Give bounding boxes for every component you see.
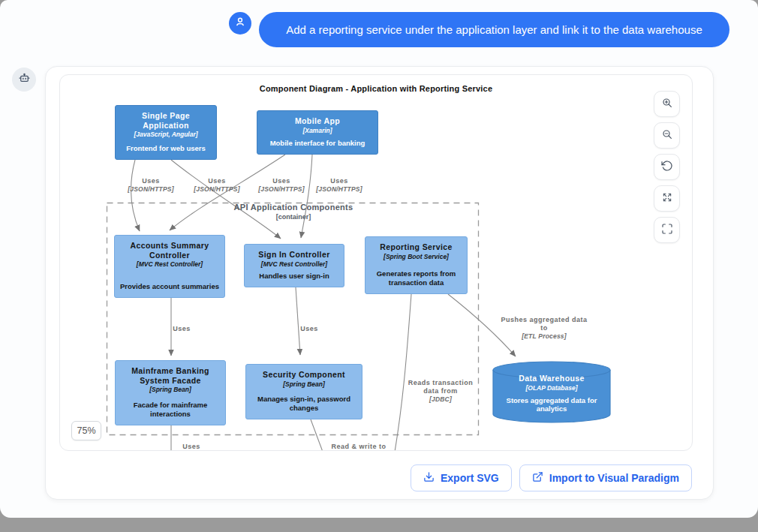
fullscreen-button[interactable] [654,217,680,243]
edge-label: Uses[JSON/HTTPS] [183,177,251,193]
bot-avatar [12,68,36,92]
edge-label: Uses[JSON/HTTPS] [305,177,373,193]
node-mobile-app: Mobile App [Xamarin] Mobile interface fo… [257,110,378,155]
user-avatar [229,12,251,35]
edge-label: Pushes aggregated data to[ETL Process] [501,316,588,340]
import-to-visual-paradigm-button[interactable]: Import to Visual Paradigm [519,464,692,491]
rotate-ccw-icon [661,160,673,175]
edge-label: Uses [287,325,332,333]
expand-button[interactable] [654,185,680,212]
node-mainframe-banking-system-facade: Mainframe Banking System Facade [Spring … [115,360,226,425]
node-reporting-service: Reporting Service [Spring Boot Service] … [365,236,468,294]
edge-label: Uses [169,443,214,451]
expand-arrows-icon [661,191,673,206]
edge-label: Uses [159,325,204,333]
diagram-card: Component Diagram - Application with Rep… [45,66,714,500]
canvas-controls [654,91,680,243]
reset-view-button[interactable] [654,154,680,180]
footer-actions: Export SVG Import to Visual Paradigm [411,464,692,491]
node-sign-in-controller: Sign In Controller [MVC Rest Controller]… [244,244,344,287]
zoom-in-icon [661,97,673,112]
zoom-level-badge: 75% [71,421,101,440]
edge-label: Uses[JSON/HTTPS] [117,177,185,193]
zoom-out-icon [661,128,673,143]
container-label: API Application Components [200,203,387,212]
robot-icon [17,71,32,89]
download-icon [423,471,435,485]
person-icon [233,15,247,32]
container-sublabel: [container] [200,213,387,221]
zoom-in-button[interactable] [654,91,680,117]
edge-label: Reads transaction data from[JDBC] [400,379,481,403]
edge-label: Read & write to [321,443,396,451]
node-accounts-summary-controller: Accounts Summary Controller [MVC Rest Co… [114,235,225,298]
node-security-component: Security Component [Spring Bean] Manages… [245,364,362,419]
user-message-bubble: Add a reporting service under the applic… [259,12,729,47]
export-svg-button[interactable]: Export SVG [411,464,512,491]
zoom-out-button[interactable] [654,122,680,149]
node-data-warehouse: Data Warehouse [OLAP Database] Stores ag… [493,369,610,413]
fullscreen-icon [661,223,673,238]
app-window: Add a reporting service under the applic… [0,0,758,518]
external-link-icon [532,471,543,485]
node-single-page-application: Single Page Application [JavaScript, Ang… [115,105,217,160]
diagram-canvas[interactable]: Component Diagram - Application with Rep… [59,74,693,451]
